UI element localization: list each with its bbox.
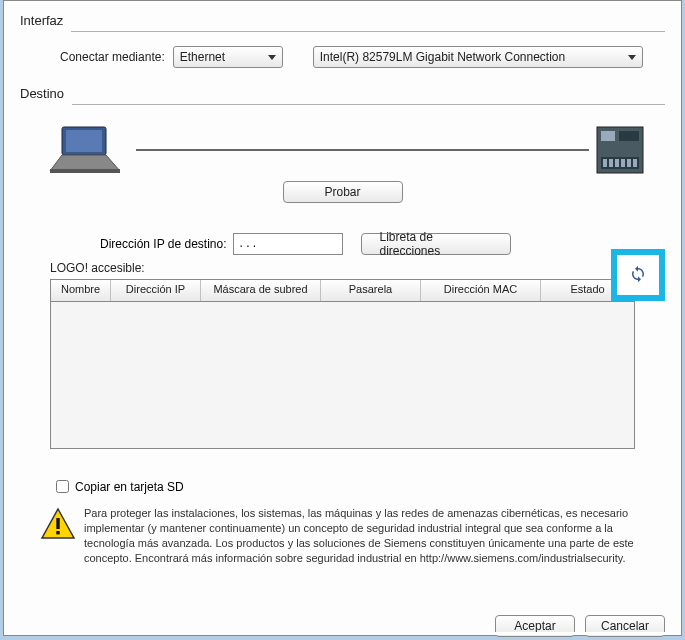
interface-row: Conectar mediante: Ethernet Intel(R) 825… [20, 46, 665, 68]
addressbook-button[interactable]: Libreta de direcciones [361, 233, 511, 255]
divider [72, 104, 665, 105]
nic-value: Intel(R) 82579LM Gigabit Network Connect… [320, 50, 565, 64]
probar-row: Probar [20, 181, 665, 203]
accessible-label: LOGO! accesible: [50, 261, 665, 275]
col-gateway[interactable]: Pasarela [321, 280, 421, 301]
test-button[interactable]: Probar [283, 181, 403, 203]
copy-sd-label: Copiar en tarjeta SD [75, 480, 184, 494]
svg-rect-13 [56, 518, 59, 529]
connector-line [136, 149, 589, 151]
svg-rect-8 [609, 159, 613, 167]
connect-via-label: Conectar mediante: [60, 50, 165, 64]
col-ip[interactable]: Dirección IP [111, 280, 201, 301]
svg-rect-5 [619, 131, 639, 141]
accessible-table[interactable]: Nombre Dirección IP Máscara de subred Pa… [50, 279, 635, 449]
ip-label: Dirección IP de destino: [100, 237, 227, 251]
copy-sd-checkbox[interactable] [56, 480, 69, 493]
svg-rect-9 [615, 159, 619, 167]
table-header: Nombre Dirección IP Máscara de subred Pa… [51, 280, 634, 302]
ok-label: Aceptar [514, 619, 555, 633]
nic-select[interactable]: Intel(R) 82579LM Gigabit Network Connect… [313, 46, 643, 68]
svg-rect-2 [50, 169, 120, 173]
col-subnet[interactable]: Máscara de subred [201, 280, 321, 301]
connect-via-value: Ethernet [180, 50, 225, 64]
svg-rect-10 [621, 159, 625, 167]
interface-section-header: Interfaz [20, 13, 665, 34]
warning-icon [40, 506, 76, 542]
cutoff-mask [4, 632, 681, 635]
connect-via-select[interactable]: Ethernet [173, 46, 283, 68]
svg-rect-11 [627, 159, 631, 167]
svg-rect-12 [633, 159, 637, 167]
svg-rect-1 [66, 130, 102, 152]
svg-rect-7 [603, 159, 607, 167]
svg-rect-4 [601, 131, 615, 141]
plc-icon [595, 125, 645, 175]
target-title: Destino [20, 86, 64, 101]
ip-input[interactable]: . . . [233, 233, 343, 255]
target-section-header: Destino [20, 86, 665, 107]
test-button-label: Probar [324, 185, 360, 199]
interface-title: Interfaz [20, 13, 63, 28]
refresh-icon [629, 265, 647, 283]
ip-row: Dirección IP de destino: . . . Libreta d… [100, 233, 665, 255]
warning-row: Para proteger las instalaciones, los sis… [40, 506, 645, 565]
col-name[interactable]: Nombre [51, 280, 111, 301]
sd-row: Copiar en tarjeta SD [52, 477, 665, 496]
col-mac[interactable]: Dirección MAC [421, 280, 541, 301]
addressbook-label: Libreta de direcciones [380, 230, 492, 258]
divider [71, 31, 665, 32]
ip-value: . . . [240, 236, 257, 250]
transfer-dialog: Interfaz Conectar mediante: Ethernet Int… [3, 0, 682, 636]
warning-text: Para proteger las instalaciones, los sis… [84, 506, 645, 565]
laptop-icon [40, 125, 130, 175]
svg-rect-14 [56, 531, 59, 534]
target-graphic [40, 125, 645, 175]
refresh-button[interactable] [629, 265, 647, 286]
cancel-label: Cancelar [601, 619, 649, 633]
refresh-highlight [611, 249, 665, 301]
